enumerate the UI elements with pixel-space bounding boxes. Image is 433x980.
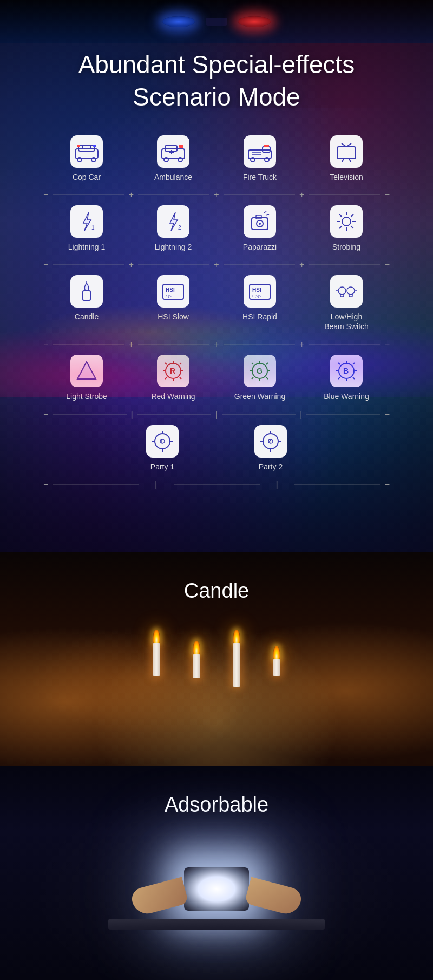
svg-rect-22: [337, 147, 356, 159]
mode-item-fire-truck: Fire Truck: [216, 130, 303, 187]
mode-item-party2: 2 Party 2: [227, 420, 314, 477]
lightning1-label: Lightning 1: [68, 242, 106, 252]
strobing-label: Strobing: [332, 242, 360, 252]
fire-truck-label: Fire Truck: [243, 172, 277, 182]
sep-line-4: [309, 194, 380, 195]
adsorbable-title: Adsorbable: [165, 766, 268, 816]
cop-car-label: Cop Car: [73, 172, 101, 182]
candle-flames-display: [0, 613, 433, 687]
svg-rect-21: [264, 145, 269, 147]
candle-body-4: [273, 659, 280, 676]
party2-icon-box: 2: [254, 425, 287, 458]
candle-body-1: [153, 643, 160, 676]
cop-car-icon-box: [70, 135, 103, 168]
hero-title-block: Abundant Special-effects Scenario Mode: [0, 0, 433, 125]
party1-icon: 1: [150, 429, 175, 454]
svg-line-35: [264, 211, 266, 213]
row-sep-1: − + + + −: [43, 190, 390, 200]
candle-section: Candle: [0, 552, 433, 766]
paparazzi-label: Paparazzi: [243, 242, 277, 252]
strobing-icon-box: [330, 205, 363, 238]
svg-line-43: [339, 214, 342, 217]
television-label: Television: [330, 172, 363, 182]
sep-minus-2: −: [385, 190, 390, 200]
modes-row-5: 1 Party 1 2 P: [32, 420, 401, 477]
candle-image: [0, 613, 433, 766]
surface: [108, 919, 325, 930]
sep-line: [53, 194, 124, 195]
hands-light-display: [0, 816, 433, 980]
svg-marker-29: [170, 212, 178, 231]
svg-text:1: 1: [160, 439, 163, 445]
party1-icon-box: 1: [146, 425, 179, 458]
modes-row-1: Cop Car Ambulance: [32, 130, 401, 187]
fire-truck-icon-box: [244, 135, 276, 168]
svg-marker-27: [83, 212, 91, 231]
sep-plus-3: +: [299, 190, 304, 200]
strobing-icon: [334, 209, 359, 234]
sep2-minus: −: [43, 260, 48, 270]
candle-body-2: [193, 654, 200, 678]
lightning2-icon: 2: [161, 209, 186, 234]
row-sep-5: − | | −: [43, 480, 390, 489]
mode-item-television: Television: [303, 130, 390, 187]
sep-minus: −: [43, 190, 48, 200]
hands-holding-light: [130, 867, 303, 911]
flame-1: [153, 630, 160, 643]
sep-plus-2: +: [214, 190, 219, 200]
hero-section: Abundant Special-effects Scenario Mode: [0, 0, 433, 552]
row-sep-2: − + + + −: [43, 260, 390, 270]
flame-3: [233, 630, 240, 643]
lightning1-icon-box: 1: [70, 205, 103, 238]
modes-grid: Cop Car Ambulance: [0, 125, 433, 495]
candle-3: [233, 630, 240, 687]
mode-item-party1: 1 Party 1: [119, 420, 206, 477]
candle-body-3: [233, 643, 240, 687]
candle-2: [193, 641, 200, 687]
svg-text:1: 1: [91, 225, 95, 231]
svg-point-38: [342, 217, 351, 226]
svg-rect-14: [179, 145, 183, 148]
mode-item-lightning1: 1 Lightning 1: [43, 200, 130, 257]
svg-line-36: [266, 214, 269, 215]
flame-4: [273, 646, 280, 659]
lightning2-icon-box: 2: [157, 205, 189, 238]
svg-text:2: 2: [268, 439, 271, 445]
svg-line-37: [265, 218, 268, 218]
svg-rect-5: [93, 145, 96, 147]
paparazzi-icon-box: [244, 205, 276, 238]
flame-2: [193, 641, 200, 654]
party-lights-bg: [0, 289, 433, 397]
hero-title: Abundant Special-effects Scenario Mode: [0, 49, 433, 114]
lightning2-label: Lightning 2: [155, 242, 192, 252]
party2-label: Party 2: [259, 462, 283, 472]
left-hand: [129, 877, 189, 917]
ambulance-icon-box: [157, 135, 189, 168]
hands-wrapper: [108, 867, 325, 930]
row-sep-4: − | | | −: [43, 410, 390, 420]
mode-item-strobing: Strobing: [303, 200, 390, 257]
svg-point-34: [259, 223, 261, 225]
cop-car-icon: [74, 139, 99, 164]
television-icon-box: [330, 135, 363, 168]
mode-item-paparazzi: Paparazzi: [216, 200, 303, 257]
mode-item-ambulance: Ambulance: [130, 130, 216, 187]
svg-line-45: [351, 214, 354, 217]
fire-truck-icon: [247, 139, 272, 164]
candle-section-title: Candle: [184, 552, 249, 613]
lightning1-icon: 1: [74, 209, 99, 234]
sep-line-2: [138, 194, 209, 195]
light-panel: [184, 867, 249, 911]
svg-line-44: [351, 226, 354, 228]
mode-item-lightning2: 2 Lightning 2: [130, 200, 216, 257]
candle-1: [153, 630, 160, 687]
adsorbable-section: Adsorbable: [0, 766, 433, 980]
party2-icon: 2: [258, 429, 283, 454]
ambulance-icon: [161, 139, 186, 164]
television-icon: [334, 139, 359, 164]
paparazzi-icon: [247, 209, 272, 234]
svg-text:2: 2: [178, 225, 181, 231]
modes-row-2: 1 Lightning 1 2 Lightning 2: [32, 200, 401, 257]
svg-rect-4: [77, 145, 80, 147]
svg-line-46: [339, 226, 342, 228]
